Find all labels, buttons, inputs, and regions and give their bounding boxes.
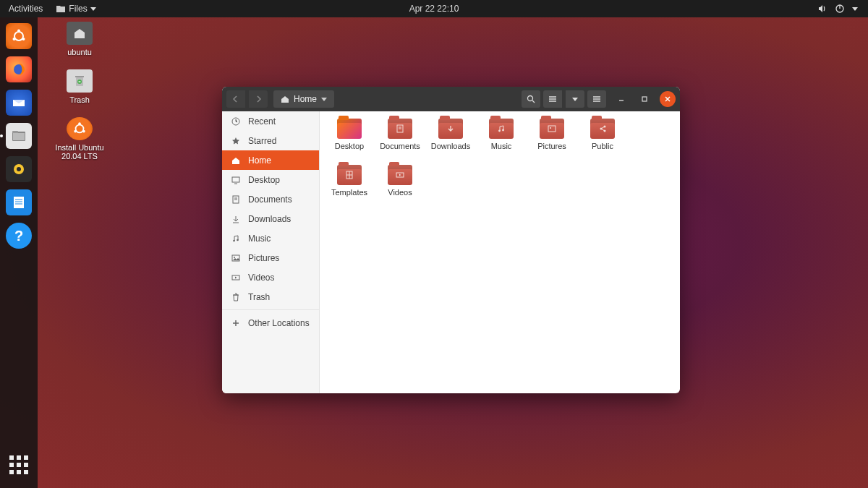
folder-pictures[interactable]: Pictures <box>527 119 577 162</box>
svg-point-52 <box>502 129 504 132</box>
window-minimize-button[interactable] <box>613 91 629 107</box>
home-icon <box>231 156 241 165</box>
files-app-icon <box>56 4 66 13</box>
folder-label: Videos <box>388 188 412 197</box>
folder-icon <box>540 119 564 139</box>
svg-point-42 <box>237 239 239 241</box>
downloads-icon <box>231 215 241 223</box>
speaker-icon <box>12 162 26 176</box>
sidebar-item-trash[interactable]: Trash <box>222 287 319 307</box>
sidebar-item-label: Documents <box>248 194 292 205</box>
svg-line-59 <box>602 129 604 131</box>
desktop-icon-home[interactable]: ubuntu <box>51 22 109 56</box>
sidebar-item-label: Music <box>248 234 271 244</box>
activities-button[interactable]: Activities <box>9 4 43 14</box>
svg-point-2 <box>14 32 23 40</box>
chevron-right-icon <box>255 95 262 103</box>
svg-rect-36 <box>232 177 239 182</box>
folder-icon <box>388 165 412 185</box>
folder-icon <box>337 119 362 139</box>
search-button[interactable] <box>522 90 540 108</box>
desktop-icon-installer[interactable]: Install Ubuntu 20.04 LTS <box>51 117 109 160</box>
sidebar-item-home[interactable]: Home <box>222 150 319 170</box>
sidebar-item-label: Trash <box>248 292 270 302</box>
view-options-button[interactable] <box>566 90 584 108</box>
dock-thunderbird[interactable] <box>6 90 32 116</box>
chevron-down-icon <box>90 7 96 11</box>
folder-downloads[interactable]: Downloads <box>425 119 476 162</box>
folder-desktop[interactable]: Desktop <box>324 119 375 162</box>
sidebar-item-label: Videos <box>248 273 274 283</box>
dock-firefox[interactable] <box>6 56 32 82</box>
maximize-icon <box>641 95 648 103</box>
hamburger-icon <box>592 95 601 103</box>
folder-icon <box>590 119 615 139</box>
sidebar-item-recent[interactable]: Recent <box>222 111 319 131</box>
svg-point-54 <box>550 127 551 129</box>
svg-point-23 <box>528 96 533 101</box>
hamburger-menu-button[interactable] <box>587 90 606 108</box>
dock-files[interactable] <box>6 123 32 149</box>
nav-back-button[interactable] <box>226 90 245 108</box>
sidebar-item-starred[interactable]: Starred <box>222 131 319 150</box>
chevron-left-icon <box>232 95 239 103</box>
sidebar-item-downloads[interactable]: Downloads <box>222 209 319 228</box>
system-menu-chevron-icon[interactable] <box>852 7 858 11</box>
nav-forward-button[interactable] <box>249 90 268 108</box>
desktop-icon-label: ubuntu <box>67 48 92 56</box>
ubuntu-installer-icon <box>67 117 93 140</box>
thunderbird-icon <box>12 95 26 110</box>
svg-line-58 <box>602 127 604 129</box>
clock[interactable]: Apr 22 22:10 <box>409 4 459 14</box>
volume-icon[interactable] <box>817 4 827 14</box>
svg-rect-17 <box>75 76 84 77</box>
svg-point-20 <box>78 122 81 125</box>
pictures-icon <box>231 254 241 262</box>
sidebar-item-videos[interactable]: Videos <box>222 267 319 287</box>
dock-ubuntu-logo[interactable] <box>6 23 32 49</box>
svg-rect-53 <box>548 126 556 132</box>
folder-public[interactable]: Public <box>577 119 628 162</box>
files-icon-view[interactable]: DesktopDocumentsDownloadsMusicPicturesPu… <box>320 111 680 393</box>
clock-icon <box>231 117 241 126</box>
sidebar-item-other[interactable]: Other Locations <box>222 313 319 333</box>
desktop-icons: ubuntu Trash Install Ubuntu 20.04 LTS <box>51 22 109 160</box>
dock-rhythmbox[interactable] <box>6 156 32 182</box>
power-icon[interactable] <box>835 4 845 14</box>
music-icon <box>231 234 241 243</box>
show-applications-button[interactable] <box>6 452 32 478</box>
dock-help[interactable]: ? <box>6 223 32 249</box>
list-icon <box>548 95 557 103</box>
home-icon <box>281 95 289 103</box>
svg-line-24 <box>532 100 535 103</box>
search-icon <box>527 95 535 103</box>
folder-icon <box>489 119 514 139</box>
sidebar-item-label: Recent <box>248 116 276 127</box>
pathbar-home[interactable]: Home <box>273 90 334 108</box>
svg-rect-12 <box>14 197 24 208</box>
view-list-button[interactable] <box>543 90 562 108</box>
svg-point-11 <box>17 167 21 171</box>
desktop-icon-trash[interactable]: Trash <box>51 69 109 104</box>
videos-icon <box>231 273 241 282</box>
folder-videos[interactable]: Videos <box>375 165 425 208</box>
sidebar-item-documents[interactable]: Documents <box>222 189 319 209</box>
svg-point-44 <box>234 257 235 258</box>
plus-icon <box>231 319 241 328</box>
desktop-icon-label: Trash <box>69 95 90 104</box>
app-menu[interactable]: Files <box>56 4 95 14</box>
folder-documents[interactable]: Documents <box>375 119 425 162</box>
folder-label: Templates <box>331 188 367 197</box>
folder-label: Documents <box>380 142 420 150</box>
folder-label: Public <box>592 142 613 150</box>
sidebar-item-desktop[interactable]: Desktop <box>222 170 319 189</box>
folder-templates[interactable]: Templates <box>324 165 375 208</box>
dock-libreoffice-writer[interactable] <box>6 189 32 215</box>
folder-music[interactable]: Music <box>476 119 527 162</box>
sidebar-item-music[interactable]: Music <box>222 228 319 248</box>
window-maximize-button[interactable] <box>637 91 652 107</box>
home-folder-icon <box>67 22 93 45</box>
folder-label: Pictures <box>537 142 566 150</box>
window-close-button[interactable] <box>660 91 676 107</box>
sidebar-item-pictures[interactable]: Pictures <box>222 248 319 267</box>
